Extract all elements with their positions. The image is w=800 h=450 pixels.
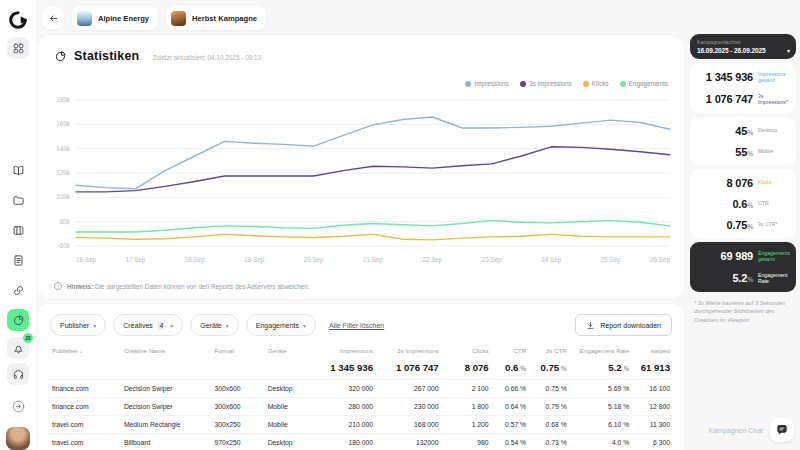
kpi-row: 0.75%3s CTR* (698, 214, 788, 235)
legend-dot-icon (465, 81, 471, 87)
statistics-header: Statistiken Zuletzt aktualisiert: 04.10.… (38, 36, 684, 63)
table-cell: 0.64 % (491, 398, 529, 416)
totals-cell: 1 345 936 (316, 358, 375, 380)
right-panel: Kampagnenlaufzeit 16.09.2025 - 26.09.202… (690, 34, 796, 327)
sidebar-item-library[interactable] (7, 159, 29, 181)
kpi-value: 0.6% (732, 198, 753, 210)
column-header-engagement-rate: Engagement Rate (569, 343, 632, 358)
legend-item[interactable]: Klicks (583, 80, 609, 87)
table-cell: Decision Swiper (122, 380, 213, 398)
campaign-daterange-selector[interactable]: Kampagnenlaufzeit 16.09.2025 - 26.09.202… (690, 34, 796, 59)
svg-text:24 Sep: 24 Sep (541, 256, 561, 264)
table-cell: 1 200 (441, 416, 491, 434)
kpi-label: Desktop (758, 127, 788, 134)
legend-dot-icon (583, 81, 589, 87)
kpi-row: 0.6%CTR (698, 193, 788, 214)
filter-dropdown-creatives[interactable]: Creatives4▾ (113, 314, 183, 336)
legend-dot-icon (520, 81, 526, 87)
kpi-card-engagements: 69 989Engagements gesamt5.2%Engagement R… (690, 242, 796, 292)
breadcrumb-campaign[interactable]: Herbst Kampagne (166, 6, 266, 30)
table-cell: 6.10 % (569, 416, 632, 434)
svg-text:26 Sep: 26 Sep (650, 256, 670, 264)
breadcrumb-advertiser[interactable]: Alpine Energy (72, 6, 158, 30)
filter-dropdown-label: Publisher (60, 322, 89, 329)
sidebar-item-links[interactable] (7, 279, 29, 301)
kpi-label: CTR (758, 200, 788, 207)
notifications-button[interactable]: 23 (7, 337, 29, 359)
table-cell: 12 800 (631, 398, 672, 416)
book-icon (12, 164, 25, 177)
kpi-value: 1 345 936 (706, 71, 753, 83)
table-cell: 6 300 (631, 434, 672, 450)
topbar: Alpine Energy Herbst Kampagne (36, 0, 800, 36)
user-avatar[interactable] (6, 427, 30, 450)
support-button[interactable] (7, 363, 29, 385)
collapse-button[interactable] (7, 395, 29, 417)
table-row: finance.comDecision Swiper300x600Desktop… (50, 380, 672, 398)
document-icon (12, 254, 25, 267)
totals-cell (50, 358, 122, 380)
sidebar-item-creatives[interactable] (7, 219, 29, 241)
link-icon (12, 284, 25, 297)
download-report-button[interactable]: Report downloaden (575, 314, 672, 336)
table-cell: 11 300 (631, 416, 672, 434)
sidebar-item-statistics-active[interactable] (7, 309, 29, 331)
clear-filters-link[interactable]: Alle Filter löschen (329, 322, 384, 329)
kpi-unit: % (747, 276, 753, 283)
app-logo-icon[interactable] (7, 9, 29, 31)
table-cell: 0.73 % (528, 434, 569, 450)
filter-dropdown-label: Creatives (123, 322, 153, 329)
column-header-ger-te: Geräte (266, 343, 316, 358)
legend-item[interactable]: Engagements (620, 80, 668, 87)
kpi-row: 69 989Engagements gesamt (698, 245, 788, 267)
table-cell: 16 100 (631, 380, 672, 398)
table-cell: 320 000 (316, 380, 375, 398)
back-button[interactable] (42, 7, 64, 29)
svg-text:22 Sep: 22 Sep (422, 256, 442, 264)
totals-cell: 61 913 (631, 358, 672, 380)
sidebar-item-reports[interactable] (7, 249, 29, 271)
table-cell: 5.18 % (569, 398, 632, 416)
totals-cell (213, 358, 266, 380)
percent-suffix: % (518, 365, 526, 372)
legend-label: 3s Impressions (529, 80, 572, 87)
legend-label: Impressions (474, 80, 508, 87)
kpi-label: 3s Impressions* (758, 93, 788, 106)
filter-dropdown-engagements[interactable]: Engagements▾ (246, 314, 316, 336)
filter-dropdown-label: Geräte (200, 322, 221, 329)
filter-dropdown-label: Engagements (256, 322, 299, 329)
chat-label: Kampagnen Chat (709, 427, 763, 434)
statistics-table: Publisher ↓Creative NameFormatGeräteImpr… (50, 343, 672, 450)
kpi-row: 1 345 936Impressions gesamt (698, 66, 788, 88)
arrow-left-icon (48, 13, 59, 24)
column-header-publisher[interactable]: Publisher ↓ (50, 343, 122, 358)
chat-bubble-icon (775, 423, 789, 437)
headphones-icon (12, 368, 25, 381)
statistics-card: Statistiken Zuletzt aktualisiert: 04.10.… (38, 36, 684, 298)
chevron-down-icon: ▾ (170, 322, 173, 329)
kpi-unit: % (747, 150, 753, 157)
totals-cell: 0.75 % (528, 358, 569, 380)
arrow-right-circle-icon (11, 399, 26, 414)
filter-dropdown-publisher[interactable]: Publisher▾ (50, 314, 106, 336)
sidebar-item-dashboard[interactable] (7, 37, 29, 59)
column-header-clicks: Clicks (441, 343, 491, 358)
svg-text:140k: 140k (56, 145, 71, 152)
sidebar-item-projects[interactable] (7, 189, 29, 211)
kpi-value: 5.2% (732, 272, 753, 284)
last-updated-text: Zuletzt aktualisiert: 04.10.2025 - 09:13 (152, 54, 261, 61)
column-header-creative-name: Creative Name (122, 343, 213, 358)
chat-button[interactable] (770, 418, 794, 442)
legend-item[interactable]: Impressions (465, 80, 508, 87)
kpi-label: Mobile (758, 148, 788, 155)
folder-icon (12, 194, 25, 207)
table-cell: travel.com (50, 416, 122, 434)
legend-item[interactable]: 3s Impressions (520, 80, 572, 87)
percent-suffix: % (622, 365, 630, 372)
svg-text:120k: 120k (56, 169, 71, 176)
table-cell: 0.57 % (491, 416, 529, 434)
info-icon: i (54, 282, 62, 290)
table-cell: 300x600 (213, 380, 266, 398)
column-header-ctr: CTR (491, 343, 529, 358)
filter-dropdown-geräte[interactable]: Geräte▾ (190, 314, 238, 336)
